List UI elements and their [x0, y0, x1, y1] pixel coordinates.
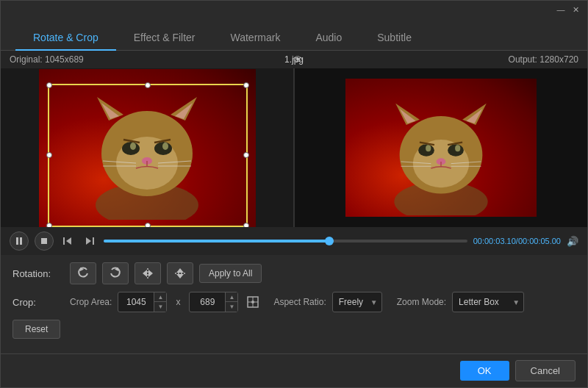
crop-handle-bl[interactable]: [46, 223, 52, 227]
next-frame-button[interactable]: [82, 233, 98, 249]
progress-fill: [104, 240, 329, 242]
center-crop-button[interactable]: [244, 293, 262, 311]
svg-rect-39: [20, 237, 22, 245]
reset-row: Reset: [12, 320, 576, 339]
crop-width-spinners: ▲ ▼: [154, 292, 166, 312]
svg-rect-42: [63, 237, 65, 245]
rotation-label: Rotation:: [12, 268, 64, 279]
crop-height-spinners: ▲ ▼: [225, 292, 237, 312]
stop-button[interactable]: [35, 231, 54, 251]
crop-area-label: Crop Area:: [70, 297, 112, 307]
crop-handle-tl[interactable]: [46, 82, 52, 88]
stop-icon: [40, 237, 48, 245]
crop-width-up[interactable]: ▲: [154, 292, 166, 302]
rotate-ccw-button[interactable]: [70, 262, 96, 284]
tab-bar: Rotate & Crop Effect & Filter Watermark …: [1, 18, 587, 51]
minimize-button[interactable]: —: [555, 4, 567, 15]
cat-svg-right: [368, 85, 514, 215]
reset-button[interactable]: Reset: [12, 320, 60, 339]
svg-marker-43: [86, 237, 91, 245]
cancel-button[interactable]: Cancel: [515, 360, 576, 381]
svg-point-29: [455, 145, 460, 151]
crop-handle-br[interactable]: [243, 223, 249, 227]
tab-audio[interactable]: Audio: [298, 26, 359, 51]
flip-horizontal-button[interactable]: [135, 262, 161, 284]
aspect-ratio-select[interactable]: Freely 16:9 4:3 1:1: [332, 292, 382, 312]
crop-width-field[interactable]: [118, 297, 154, 307]
progress-bar[interactable]: [104, 240, 467, 242]
output-image: [345, 79, 537, 217]
zoom-mode-dropdown-wrapper: Letter Box Pan & Scan Full ▼: [452, 292, 524, 312]
title-bar: — ✕: [1, 1, 587, 18]
svg-marker-41: [66, 237, 71, 245]
filename-label: 1.jpg: [284, 54, 304, 65]
crop-label: Crop:: [12, 297, 64, 308]
center-icon: [246, 295, 259, 309]
ok-button[interactable]: OK: [460, 361, 509, 381]
main-window: — ✕ Rotate & Crop Effect & Filter Waterm…: [0, 0, 588, 388]
svg-marker-52: [176, 274, 184, 279]
pause-icon: [15, 237, 23, 245]
svg-marker-48: [143, 270, 147, 277]
svg-rect-38: [16, 237, 18, 245]
prev-frame-icon: [62, 237, 73, 245]
controls-panel: Rotation:: [1, 255, 587, 353]
time-display: 00:00:03.10/00:00:05.00: [473, 237, 561, 245]
crop-handle-ml[interactable]: [46, 152, 52, 158]
close-button[interactable]: ✕: [570, 4, 581, 15]
prev-frame-button[interactable]: [60, 233, 76, 249]
next-frame-icon: [85, 237, 95, 245]
crop-handle-tr[interactable]: [243, 82, 249, 88]
original-resolution: Original: 1045x689: [10, 54, 84, 65]
crop-height-down[interactable]: ▼: [226, 302, 237, 312]
rotation-row: Rotation:: [12, 262, 576, 284]
play-pause-button[interactable]: [10, 231, 29, 251]
svg-marker-51: [176, 268, 184, 273]
crop-width-input[interactable]: ▲ ▼: [118, 292, 167, 312]
canvas-right: [293, 68, 587, 227]
flip-v-icon: [173, 267, 187, 280]
progress-thumb[interactable]: [325, 237, 334, 245]
zoom-mode-select[interactable]: Letter Box Pan & Scan Full: [452, 292, 524, 312]
crop-width-down[interactable]: ▼: [154, 302, 166, 312]
svg-marker-49: [148, 270, 153, 277]
rotate-cw-button[interactable]: [102, 262, 129, 284]
apply-to-all-button[interactable]: Apply to All: [199, 264, 262, 283]
output-resolution: Output: 1280x720: [509, 54, 578, 65]
svg-rect-44: [93, 237, 94, 245]
flip-vertical-button[interactable]: [167, 262, 193, 284]
volume-icon[interactable]: 🔊: [567, 236, 578, 247]
rotate-ccw-icon: [76, 267, 90, 280]
svg-point-56: [251, 301, 254, 303]
output-preview: [337, 74, 546, 221]
crop-handle-tm[interactable]: [145, 82, 151, 88]
tab-effect-filter[interactable]: Effect & Filter: [116, 26, 213, 51]
tab-watermark[interactable]: Watermark: [213, 26, 298, 51]
crop-row: Crop: Crop Area: ▲ ▼ x ▲ ▼: [12, 292, 576, 312]
crop-height-up[interactable]: ▲: [226, 292, 237, 302]
tab-subtitle[interactable]: Subtitle: [359, 26, 429, 51]
svg-point-28: [426, 145, 431, 151]
zoom-mode-label: Zoom Mode:: [397, 297, 446, 307]
aspect-ratio-label: Aspect Ratio:: [273, 297, 326, 307]
aspect-ratio-dropdown-wrapper: Freely 16:9 4:3 1:1 ▼: [332, 292, 382, 312]
playback-bar: 00:00:03.10/00:00:05.00 🔊: [1, 227, 587, 255]
crop-height-field[interactable]: [190, 297, 225, 307]
x-separator: x: [173, 297, 183, 307]
rotate-cw-icon: [109, 267, 122, 280]
crop-height-input[interactable]: ▲ ▼: [189, 292, 238, 312]
crop-handle-bm[interactable]: [145, 223, 151, 227]
preview-area: Original: 1045x689 👁 1.jpg Output: 1280x…: [1, 51, 587, 255]
crop-overlay[interactable]: [48, 84, 248, 227]
crop-handle-mr[interactable]: [243, 152, 249, 158]
flip-h-icon: [141, 267, 154, 280]
bottom-bar: OK Cancel: [1, 353, 587, 387]
preview-canvases: [1, 68, 587, 227]
tab-rotate-crop[interactable]: Rotate & Crop: [15, 26, 116, 51]
canvas-left: [1, 68, 293, 227]
source-image: [39, 69, 256, 227]
preview-meta: Original: 1045x689 👁 1.jpg Output: 1280x…: [1, 51, 587, 68]
svg-rect-40: [41, 238, 47, 244]
